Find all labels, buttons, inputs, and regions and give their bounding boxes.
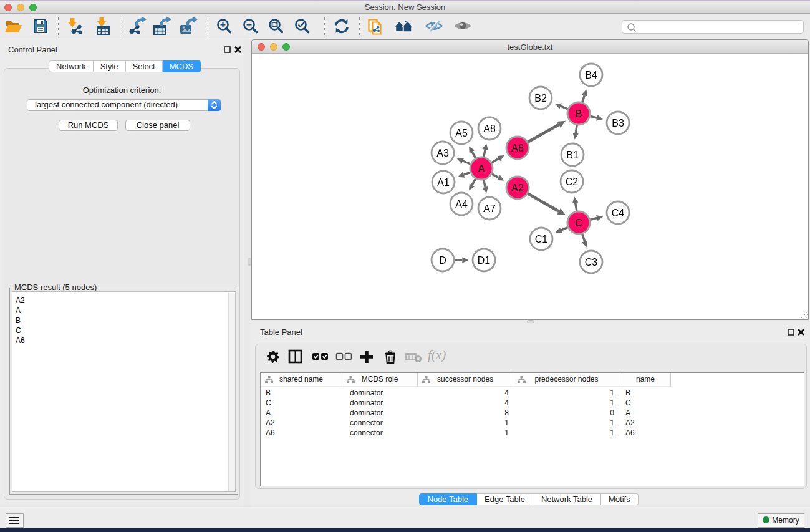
- svg-text:A7: A7: [483, 203, 496, 214]
- svg-text:A: A: [478, 163, 485, 174]
- svg-text:A8: A8: [483, 123, 496, 134]
- svg-text:D1: D1: [478, 255, 491, 266]
- svg-text:A2: A2: [511, 183, 524, 193]
- svg-text:C4: C4: [612, 208, 625, 218]
- svg-text:A4: A4: [455, 199, 468, 210]
- svg-text:B3: B3: [612, 118, 624, 128]
- svg-text:C1: C1: [535, 234, 548, 244]
- svg-text:A3: A3: [436, 148, 449, 158]
- svg-text:B: B: [576, 109, 582, 119]
- svg-text:B4: B4: [585, 70, 597, 80]
- svg-text:D: D: [439, 255, 446, 266]
- svg-text:A5: A5: [455, 128, 468, 138]
- svg-text:A1: A1: [437, 177, 450, 188]
- svg-text:B1: B1: [566, 150, 579, 160]
- svg-text:C3: C3: [585, 257, 598, 268]
- svg-text:C: C: [575, 218, 582, 228]
- svg-text:C2: C2: [566, 177, 579, 187]
- svg-text:B2: B2: [534, 93, 547, 104]
- svg-text:A6: A6: [511, 143, 524, 153]
